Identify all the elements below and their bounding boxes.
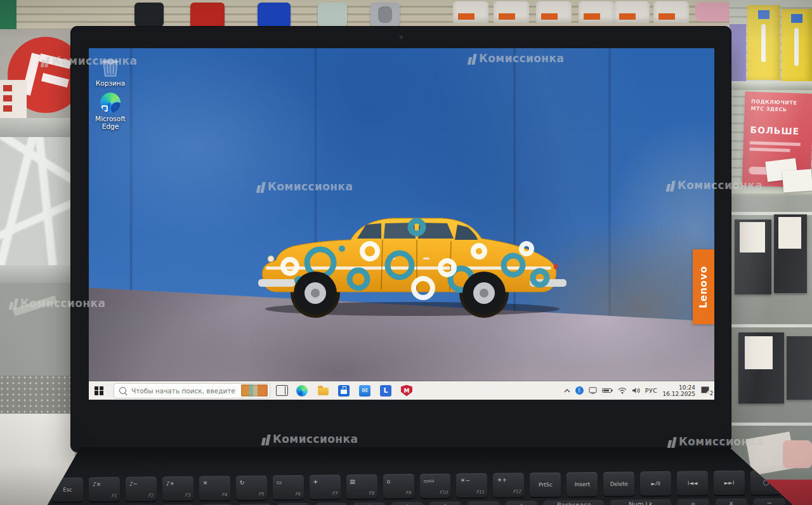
desktop-icon-recycle-bin[interactable]: Корзина xyxy=(90,56,131,87)
purple-box xyxy=(730,24,746,81)
keyboard-key: ) xyxy=(429,501,461,505)
keyboard-key: ÷ xyxy=(677,499,709,505)
keyboard-key: ▭F6 xyxy=(273,475,304,500)
display-window xyxy=(0,137,75,265)
blurred-product xyxy=(783,440,812,468)
keyboard-key: × xyxy=(716,499,747,505)
search-highlight-image[interactable] xyxy=(241,384,268,397)
keyboard-key: ♪+F3 xyxy=(162,476,193,501)
clock[interactable]: 10:24 16.12.2025 xyxy=(662,384,695,397)
start-button[interactable] xyxy=(89,381,109,400)
keyboard-key: Num Lk xyxy=(610,499,671,505)
mts-headline: БОЛЬШЕ xyxy=(750,124,799,136)
keyboard-key: ⌂F9 xyxy=(383,474,414,499)
keyboard-key: Insert xyxy=(566,472,598,497)
keyboard-key: ▤F8 xyxy=(346,475,377,499)
product-box xyxy=(494,1,529,23)
keyboard-key: ? xyxy=(315,502,347,505)
lenovo-logo-text: Lenovo xyxy=(698,266,709,308)
language-indicator[interactable]: РУС xyxy=(645,387,658,394)
keyboard-key: − xyxy=(754,498,785,505)
phone-case xyxy=(370,3,400,27)
store-scene: ПОДКЛЮЧИТЕ МТС ЗДЕСЬ БОЛЬШЕ xyxy=(0,0,812,505)
volume-icon[interactable] xyxy=(632,387,640,394)
function-key-row: Esc♪×F1♪−F2♪+F3✕F4↻F5▭F6✈F7▤F8⌂F9▭▭F10☀−… xyxy=(52,470,782,502)
taskbar: ✉ L M ᛒ xyxy=(89,381,714,400)
laptop-screen: Lenovo Корзина Microsoft Edge xyxy=(89,48,714,400)
cable-box xyxy=(782,9,812,81)
task-view-button[interactable] xyxy=(276,385,288,396)
edge-taskbar-icon[interactable] xyxy=(296,385,308,397)
keyboard-key: ♪×F1 xyxy=(89,477,120,502)
keyboard-key: ✈F7 xyxy=(309,475,340,499)
desktop-icon-label: Корзина xyxy=(96,79,125,87)
clock-time: 10:24 xyxy=(662,384,695,391)
product-box xyxy=(453,1,488,23)
price-tag xyxy=(782,169,812,192)
wifi-icon[interactable] xyxy=(618,387,627,394)
glass-display-case xyxy=(730,195,812,482)
keyboard-key: ☀+F12 xyxy=(493,473,524,497)
system-tray: ᛒ РУС 10:24 16. xyxy=(564,384,714,397)
file-explorer-icon[interactable] xyxy=(317,385,329,397)
price-sheet xyxy=(0,80,27,121)
product-box xyxy=(653,1,689,23)
pink-product xyxy=(695,3,735,22)
mcafee-icon[interactable]: M xyxy=(401,385,412,397)
keyboard-deck: Esc♪×F1♪−F2♪+F3✕F4↻F5▭F6✈F7▤F8⌂F9▭▭F10☀−… xyxy=(44,447,793,505)
battery-icon[interactable] xyxy=(602,388,613,393)
lower-glass-shelf xyxy=(0,283,75,376)
phone-case xyxy=(190,3,225,29)
keyboard-key: PrtSc xyxy=(530,473,561,497)
webcam xyxy=(399,35,403,39)
store-left-column xyxy=(0,29,75,505)
microsoft-store-icon[interactable] xyxy=(338,385,350,397)
boxed-product xyxy=(738,332,784,403)
store-right-column: ПОДКЛЮЧИТЕ МТС ЗДЕСЬ БОЛЬШЕ xyxy=(730,0,812,505)
phone-case xyxy=(258,3,291,28)
notification-center-icon[interactable]: 2 xyxy=(700,386,711,395)
keyboard-key: _ xyxy=(468,501,499,505)
boxed-product xyxy=(735,220,771,294)
clock-date: 16.12.2025 xyxy=(662,391,695,397)
keyboard-key: I◄◄ xyxy=(677,471,708,495)
keyboard-key: * xyxy=(353,502,385,505)
keyboard-key: + xyxy=(506,501,537,505)
desktop-icon-edge[interactable]: Microsoft Edge xyxy=(90,93,131,130)
edge-icon xyxy=(100,93,121,113)
keyboard-key: Backspace xyxy=(544,500,604,505)
search-icon xyxy=(119,387,126,394)
l-app-icon[interactable]: L xyxy=(380,385,391,397)
checker-plate xyxy=(0,376,75,414)
wallpaper-car xyxy=(257,204,568,318)
search-box[interactable] xyxy=(114,383,270,398)
notification-badge: 2 xyxy=(710,391,713,397)
display-frame-bar xyxy=(0,118,75,137)
product-box xyxy=(579,1,614,23)
lenovo-wallpaper-banner: Lenovo xyxy=(693,249,714,324)
keyboard-key: Delete xyxy=(603,471,634,496)
desktop-icon-label: Microsoft Edge xyxy=(95,115,126,130)
keyboard-key: ♪−F2 xyxy=(126,476,157,501)
cable-box xyxy=(747,5,780,80)
mail-icon[interactable]: ✉ xyxy=(359,385,370,397)
bluetooth-icon[interactable]: ᛒ xyxy=(575,386,584,395)
store-top-shelf xyxy=(0,0,812,29)
laptop-lid: Lenovo Корзина Microsoft Edge xyxy=(71,27,731,452)
display-frame-bar xyxy=(0,265,75,283)
keyboard-key: ►►I xyxy=(714,471,745,495)
phone-case xyxy=(318,3,347,27)
keyboard-key: ✕F4 xyxy=(199,476,230,501)
recycle-bin-icon xyxy=(101,56,120,77)
windows-logo-icon xyxy=(95,386,103,395)
search-input[interactable] xyxy=(130,386,237,395)
tray-expand-chevron[interactable] xyxy=(564,388,570,393)
keyboard-key: ☀−F11 xyxy=(456,473,487,498)
keyboard-key: ↻F5 xyxy=(236,475,267,500)
product-box xyxy=(536,1,572,23)
device-tray-icon[interactable] xyxy=(589,387,597,394)
shelf-edge xyxy=(730,81,812,90)
boxed-product xyxy=(774,214,807,293)
keyboard-key: ►/II xyxy=(640,471,671,496)
keyboard-key: ▭▭F10 xyxy=(419,473,450,498)
